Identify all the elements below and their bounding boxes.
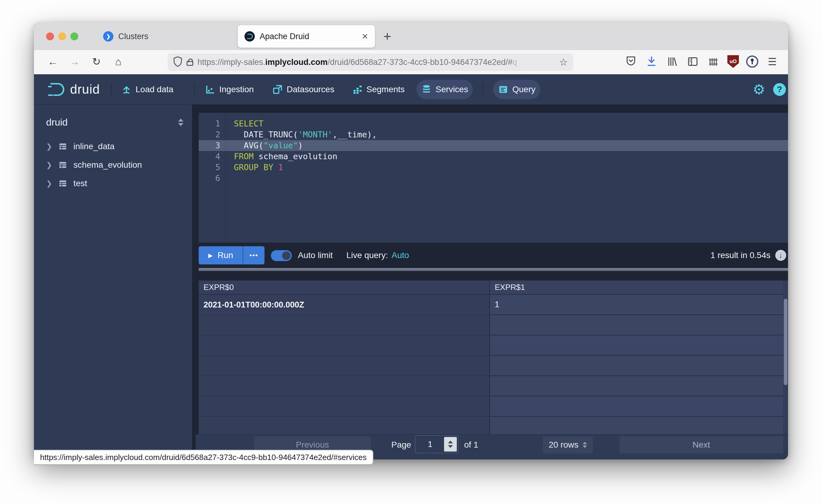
page-stepper[interactable] xyxy=(444,437,457,452)
nav-item-label: Datasources xyxy=(287,85,334,94)
settings-gear-icon[interactable]: ⚙ xyxy=(751,74,767,105)
schema-header: druid xyxy=(46,117,183,128)
lock-icon[interactable] xyxy=(186,61,193,66)
table-cell xyxy=(490,396,783,417)
close-icon[interactable]: ✕ xyxy=(362,32,368,41)
editor-line: GROUP BY 1 xyxy=(226,162,788,173)
table-cell xyxy=(490,356,783,376)
ublock-origin-icon[interactable]: uO xyxy=(727,55,739,68)
page-total-label: of 1 xyxy=(464,435,478,455)
url-input[interactable]: https://imply-sales.implycloud.com/druid… xyxy=(168,53,573,71)
column-header[interactable]: EXPR$1 xyxy=(490,281,783,295)
nav-item-query[interactable]: Query xyxy=(493,80,540,99)
live-query-value[interactable]: Auto xyxy=(392,250,409,260)
sidebar-item-inline-data[interactable]: ❯ inline_data xyxy=(46,139,115,154)
scrollbar-thumb[interactable] xyxy=(784,299,787,385)
tracking-protection-shield-icon[interactable] xyxy=(173,56,182,68)
editor-code[interactable]: SELECT DATE_TRUNC('MONTH',__time), AVG("… xyxy=(226,118,788,184)
panel-resize-handle[interactable] xyxy=(199,268,788,271)
rows-per-page-value: 20 rows xyxy=(549,440,578,450)
tab-apache-druid[interactable]: Apache Druid ✕ xyxy=(238,25,375,48)
table-cell[interactable]: 2021-01-01T00:00:00.000Z xyxy=(199,295,490,315)
nav-item-ingestion[interactable]: Ingestion xyxy=(200,80,259,99)
live-query-control[interactable]: Live query: Auto xyxy=(346,246,409,265)
toolbar-extensions: uO ☰ xyxy=(624,54,779,69)
table-cell[interactable]: 1 xyxy=(490,295,783,315)
imply-favicon-icon: ❯ xyxy=(103,31,113,42)
table-icon xyxy=(58,142,67,151)
onepassword-icon[interactable] xyxy=(746,55,758,68)
nav-item-load-data[interactable]: Load data xyxy=(116,80,178,99)
help-icon[interactable]: ? xyxy=(772,74,787,105)
nav-item-label: Query xyxy=(512,85,535,94)
result-count-text: 1 result in 0.54s xyxy=(710,250,770,260)
column-expr0: EXPR$0 2021-01-01T00:00:00.000Z xyxy=(199,281,490,434)
window-minimize-button[interactable] xyxy=(58,32,66,40)
run-button-label: Run xyxy=(218,250,233,260)
page-number-input[interactable] xyxy=(416,436,445,453)
query-icon xyxy=(498,84,508,95)
chevron-right-icon[interactable]: ❯ xyxy=(46,161,52,169)
stepper-down-icon[interactable] xyxy=(448,445,453,448)
page-number-control xyxy=(415,435,459,453)
window-close-button[interactable] xyxy=(46,32,54,40)
druid-favicon-icon xyxy=(245,31,255,42)
new-tab-button[interactable]: + xyxy=(383,29,391,44)
datasource-label: test xyxy=(73,178,87,188)
table-cell xyxy=(490,315,783,336)
table-icon xyxy=(58,160,67,169)
druid-navbar: druid Load data Ingestion xyxy=(34,74,788,105)
editor-line: DATE_TRUNC('MONTH',__time), xyxy=(226,129,788,140)
run-button[interactable]: ▶ Run xyxy=(199,246,243,265)
browser-window: ❯ Clusters ✕ Apache Druid ✕ + ← → ↻ ⌂ xyxy=(34,23,788,459)
vertical-scrollbar[interactable] xyxy=(783,281,788,434)
pocket-icon[interactable] xyxy=(624,54,638,69)
sidebar-toggle-icon[interactable] xyxy=(686,54,700,69)
double-caret-icon xyxy=(583,442,587,448)
sort-icon[interactable] xyxy=(178,118,183,126)
datasources-icon xyxy=(272,84,283,95)
downloads-icon[interactable] xyxy=(645,54,658,69)
editor-line: FROM schema_evolution xyxy=(226,151,788,162)
nav-item-label: Services xyxy=(436,85,468,94)
table-cell xyxy=(199,336,490,356)
table-icon xyxy=(58,179,67,188)
sidebar-item-schema-evolution[interactable]: ❯ schema_evolution xyxy=(46,158,142,172)
menu-icon[interactable]: ☰ xyxy=(766,54,779,69)
sidebar-item-test[interactable]: ❯ test xyxy=(46,176,87,191)
nav-item-services[interactable]: Services xyxy=(416,80,473,99)
segments-icon xyxy=(352,84,363,95)
druid-logo[interactable]: druid xyxy=(47,74,100,105)
table-cell xyxy=(199,376,490,396)
toggle-knob xyxy=(282,251,291,260)
bookmark-star-icon[interactable]: ☆ xyxy=(559,56,568,68)
result-zone: 1 result in 0.54s ↓ xyxy=(710,246,786,265)
druid-logo-icon xyxy=(47,81,66,98)
library-icon[interactable] xyxy=(666,54,679,69)
rows-per-page-select[interactable]: 20 rows xyxy=(543,436,593,453)
back-button[interactable]: ← xyxy=(45,54,61,69)
stepper-up-icon[interactable] xyxy=(448,441,453,443)
chevron-right-icon[interactable]: ❯ xyxy=(46,179,52,188)
nav-item-segments[interactable]: Segments xyxy=(347,80,409,99)
datasource-label: schema_evolution xyxy=(73,160,142,170)
tab-clusters[interactable]: ❯ Clusters ✕ xyxy=(96,25,254,48)
chevron-right-icon[interactable]: ❯ xyxy=(46,142,52,151)
auto-limit-toggle[interactable] xyxy=(271,250,292,261)
editor-gutter: 1 2 3 4 5 6 xyxy=(199,113,226,242)
nav-item-datasources[interactable]: Datasources xyxy=(268,80,339,99)
forward-button[interactable]: → xyxy=(67,54,82,69)
run-more-options-button[interactable]: ••• xyxy=(243,246,265,265)
containers-fence-icon[interactable] xyxy=(707,54,720,69)
auto-limit-label[interactable]: Auto limit xyxy=(298,246,333,265)
url-text: https://imply-sales.implycloud.com/druid… xyxy=(197,58,555,67)
reload-button[interactable]: ↻ xyxy=(88,54,104,69)
table-cell xyxy=(199,417,490,434)
column-header[interactable]: EXPR$0 xyxy=(199,281,490,295)
home-button[interactable]: ⌂ xyxy=(110,54,126,69)
download-results-icon[interactable]: ↓ xyxy=(775,250,786,261)
next-page-button[interactable]: Next xyxy=(620,436,783,453)
window-zoom-button[interactable] xyxy=(70,32,78,40)
services-icon xyxy=(421,84,432,95)
sql-editor[interactable]: 1 2 3 4 5 6 SELECT DATE_TRUNC('MONTH',__… xyxy=(199,113,788,242)
